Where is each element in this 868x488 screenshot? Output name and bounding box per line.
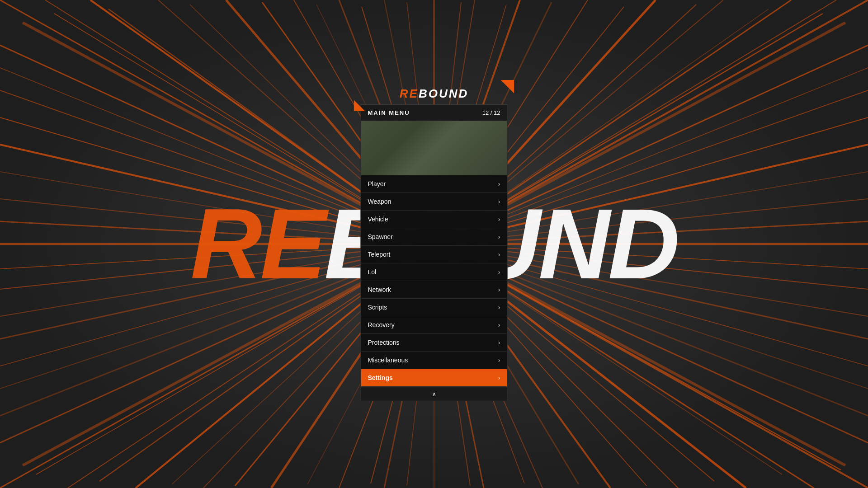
menu-item-arrow-icon: › <box>498 304 500 311</box>
menu-item[interactable]: Recovery› <box>361 316 507 334</box>
menu-item-label: Recovery <box>368 321 395 328</box>
menu-item-arrow-icon: › <box>498 216 500 223</box>
menu-item[interactable]: Network› <box>361 281 507 299</box>
menu-item-arrow-icon: › <box>498 374 500 381</box>
menu-item[interactable]: Protections› <box>361 334 507 352</box>
menu-item-label: Player <box>368 180 386 188</box>
menu-item-arrow-icon: › <box>498 180 500 188</box>
menu-item-label: Weapon <box>368 198 392 205</box>
game-preview-background <box>361 121 507 175</box>
logo-re: RE <box>400 87 419 100</box>
menu-item[interactable]: Vehicle› <box>361 211 507 228</box>
menu-items-list: Player›Weapon›Vehicle›Spawner›Teleport›L… <box>361 175 507 387</box>
menu-item-label: Network <box>368 286 391 293</box>
menu-item-label: Protections <box>368 339 400 346</box>
menu-item-label: Teleport <box>368 251 391 258</box>
logo: REBOUND <box>400 87 468 101</box>
menu-item-arrow-icon: › <box>498 251 500 258</box>
menu-item-label: Miscellaneous <box>368 357 408 364</box>
menu-item-label: Lol <box>368 268 377 276</box>
menu-item-label: Spawner <box>368 233 393 240</box>
menu-item-label: Vehicle <box>368 216 388 223</box>
menu-container: REBOUND MAIN MENU 12 / 12 Player›Weapon›… <box>361 87 508 401</box>
menu-item[interactable]: Player› <box>361 175 507 193</box>
menu-item[interactable]: Spawner› <box>361 228 507 246</box>
logo-bound: BOUND <box>419 87 468 100</box>
menu-item-arrow-icon: › <box>498 321 500 328</box>
menu-item-arrow-icon: › <box>498 268 500 276</box>
menu-item[interactable]: Settings› <box>361 369 507 387</box>
menu-panel: MAIN MENU 12 / 12 Player›Weapon›Vehicle›… <box>361 104 508 401</box>
menu-item-arrow-icon: › <box>498 357 500 364</box>
menu-item[interactable]: Scripts› <box>361 299 507 316</box>
menu-footer: ∧ <box>361 387 507 401</box>
menu-item[interactable]: Lol› <box>361 263 507 281</box>
menu-item-label: Settings <box>368 374 393 381</box>
scroll-up-indicator: ∧ <box>432 391 436 397</box>
menu-item-arrow-icon: › <box>498 198 500 205</box>
menu-item[interactable]: Teleport› <box>361 246 507 263</box>
menu-title: MAIN MENU <box>368 109 410 116</box>
menu-item-arrow-icon: › <box>498 286 500 293</box>
menu-item[interactable]: Miscellaneous› <box>361 352 507 369</box>
game-preview <box>361 121 507 175</box>
menu-item-arrow-icon: › <box>498 339 500 346</box>
menu-item-label: Scripts <box>368 304 387 311</box>
menu-header: MAIN MENU 12 / 12 <box>361 105 507 121</box>
menu-item-arrow-icon: › <box>498 233 500 240</box>
menu-item[interactable]: Weapon› <box>361 193 507 211</box>
logo-header: REBOUND <box>361 87 508 104</box>
menu-counter: 12 / 12 <box>482 109 500 116</box>
